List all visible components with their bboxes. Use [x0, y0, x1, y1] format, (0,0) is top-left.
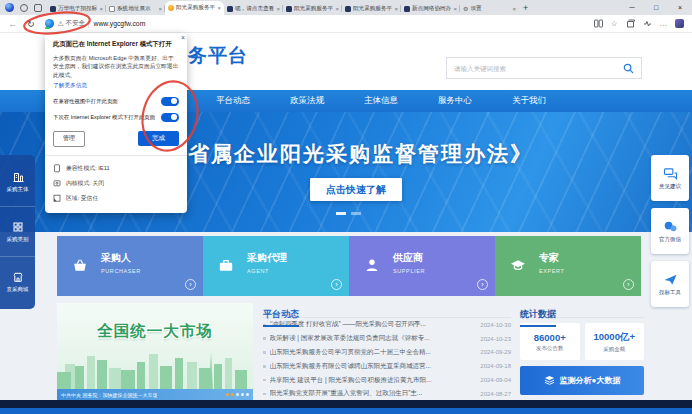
collections-icon[interactable]	[626, 19, 635, 28]
tab-click-to-view[interactable]: 嗯，请点击查看×	[224, 2, 283, 15]
tab-sunshine-procurement-3[interactable]: 阳光采购服务平×	[342, 2, 401, 15]
compat-view-toggle[interactable]	[161, 97, 179, 106]
news-title[interactable]: 阳光采购党支部开展“重温入党誓词、过政治生日”主...	[270, 389, 477, 398]
browser-essentials-icon[interactable]	[643, 19, 652, 28]
tab-wanhua-bidding[interactable]: 万华电子招投标×	[47, 2, 106, 15]
rail-item-label: 官方微信	[659, 236, 681, 243]
carousel-dots[interactable]	[226, 393, 249, 396]
window-maximize-button[interactable]: □	[644, 4, 668, 11]
nav-item-about[interactable]: 关于我们	[492, 95, 566, 107]
tab-close-icon[interactable]: ×	[99, 6, 103, 12]
tab-settings[interactable]: ⚙设置×	[460, 2, 519, 15]
news-item[interactable]: 山东阳光采购服务有限公司诚聘山东阳光直采商城运营...2024-09-18	[263, 359, 511, 373]
tab-close-icon[interactable]: ×	[453, 6, 457, 12]
rail-item-bidding-tools[interactable]: 投标工具	[651, 261, 689, 307]
window-minimize-button[interactable]: ─	[620, 4, 644, 11]
tab-sunshine-procurement-active[interactable]: 阳光采购服务平×	[165, 1, 224, 15]
card-agent[interactable]: 采购代理AGENT ›	[203, 236, 349, 296]
nav-item-entities[interactable]: 主体信息	[344, 95, 418, 107]
tab-close-icon[interactable]: ×	[335, 6, 339, 12]
search-icon[interactable]	[623, 63, 634, 74]
browser-logo-icon[interactable]	[5, 3, 14, 12]
favorites-star-icon[interactable]: ☆	[611, 19, 618, 28]
manage-button[interactable]: 管理	[53, 131, 85, 147]
tab-favicon	[227, 6, 233, 12]
news-title[interactable]: 共享阳光 建设平台 | 阳光采购公司积极推进沿黄九市阳...	[270, 376, 477, 385]
dialog-body-text: 大多数页面在 Microsoft Edge 中效果更好。出于安全原因，我们建议你…	[53, 54, 179, 79]
rail-item-feedback[interactable]: 意见建议	[651, 155, 689, 201]
news-title[interactable]: 山东阳光采购服务公司学习贯彻党的二十届三中全会精...	[270, 348, 477, 357]
tab-close-icon[interactable]: ×	[217, 5, 221, 11]
news-item[interactable]: 政策解读 | 国家发展改革委法规司负责同志就《评标专...2024-10-23	[263, 332, 511, 346]
done-button[interactable]: 完成	[138, 131, 179, 146]
arrow-circle-icon[interactable]: ›	[331, 279, 342, 290]
search-input[interactable]	[454, 65, 623, 72]
basket-icon	[71, 257, 89, 275]
card-supplier[interactable]: 供应商SUPPLIER ›	[349, 236, 495, 296]
tab-actions-icon[interactable]	[34, 4, 42, 12]
screen: 阳光采购服务平台 PLATFORM 平台动态 政策法规 主体信息 服务中心 关于…	[0, 0, 692, 414]
rail-item-label: 采购类别	[7, 236, 29, 243]
tab-close-icon[interactable]: ×	[512, 6, 516, 12]
not-secure-label[interactable]: 不安全	[66, 19, 85, 28]
info-label: 区域: 受信任	[66, 194, 98, 203]
banner-learn-more-button[interactable]: 点击快速了解	[310, 178, 402, 201]
bullet-icon	[263, 365, 266, 368]
rail-item-wechat[interactable]: 官方微信	[651, 208, 689, 254]
news-title[interactable]: “冲刺四季度 打好收官战” ——阳光采购公司召开四季...	[270, 320, 477, 329]
profile-avatar[interactable]	[675, 19, 684, 28]
url-text[interactable]: www.ygcgfw.com	[94, 20, 146, 27]
card-expert[interactable]: 专家EXPERT ›	[495, 236, 641, 296]
more-options-icon[interactable]: …	[660, 19, 668, 28]
tab-close-icon[interactable]: ×	[158, 6, 162, 12]
arrow-circle-icon[interactable]: ›	[477, 279, 488, 290]
news-date: 2024-09-04	[480, 377, 511, 383]
wechat-icon	[663, 220, 678, 233]
refresh-icon[interactable]: ↻	[27, 19, 35, 29]
arrow-circle-icon[interactable]: ›	[185, 279, 196, 290]
nav-item-services[interactable]: 服务中心	[418, 95, 492, 107]
card-purchaser[interactable]: 采购人PURCHASER ›	[57, 236, 203, 296]
stats-section-header: 统计数据	[520, 303, 644, 318]
news-item[interactable]: 山东阳光采购服务公司学习贯彻党的二十届三中全会精...2024-09-29	[263, 346, 511, 360]
footer-blue-bar	[0, 408, 692, 414]
open-next-time-toggle[interactable]	[161, 113, 179, 122]
rail-item-label: 意见建议	[659, 183, 681, 190]
nav-item-policies[interactable]: 政策法规	[270, 95, 344, 107]
news-item[interactable]: 阳光采购党支部开展“重温入党誓词、过政治生日”主...2024-08-27	[263, 387, 511, 401]
news-title[interactable]: 山东阳光采购服务有限公司诚聘山东阳光直采商城运营...	[270, 362, 477, 371]
split-screen-icon[interactable]	[594, 19, 603, 28]
dialog-close-icon[interactable]: ×	[178, 31, 188, 44]
learn-more-link[interactable]: 了解更多信息	[53, 82, 179, 90]
building-icon	[12, 171, 24, 183]
rail-item-procurement-entities[interactable]: 采购主体	[0, 157, 35, 207]
zone-icon	[53, 194, 61, 203]
tab-system-address[interactable]: 系统地址展示×	[106, 2, 165, 15]
news-item[interactable]: “冲刺四季度 打好收官战” ——阳光采购公司召开四季...2024-10-30	[263, 318, 511, 332]
tab-epoint-collaboration[interactable]: 新点网络协同办×	[401, 2, 460, 15]
news-header-label[interactable]: 平台动态	[263, 308, 299, 327]
window-close-button[interactable]: ×	[668, 4, 692, 11]
site-search-box[interactable]	[446, 57, 642, 79]
carousel-indicator[interactable]	[336, 212, 361, 215]
nav-item-platform-news[interactable]: 平台动态	[196, 95, 270, 107]
ie-mode-icon[interactable]	[45, 19, 54, 28]
kernel-icon	[53, 179, 61, 188]
url-divider: |	[88, 20, 90, 27]
not-secure-warning-icon[interactable]: ⚠	[58, 20, 64, 28]
stats-header-label: 统计数据	[520, 308, 556, 327]
tab-close-icon[interactable]: ×	[276, 6, 280, 12]
workspaces-icon[interactable]	[20, 4, 28, 12]
rail-item-direct-mall[interactable]: 直采商城	[0, 257, 35, 307]
rail-item-procurement-categories[interactable]: 采购类别	[0, 207, 35, 257]
tab-sunshine-procurement-2[interactable]: 阳光采购服务平×	[283, 2, 342, 15]
tab-favicon	[286, 6, 292, 12]
new-tab-button[interactable]: +	[523, 3, 528, 13]
arrow-circle-icon[interactable]: ›	[623, 279, 634, 290]
monitoring-bigdata-button[interactable]: 监测分析●大数据	[520, 366, 644, 395]
back-icon[interactable]: ←	[8, 19, 17, 29]
tab-close-icon[interactable]: ×	[394, 6, 398, 12]
news-title[interactable]: 政策解读 | 国家发展改革委法规司负责同志就《评标专...	[270, 334, 477, 343]
news-item[interactable]: 共享阳光 建设平台 | 阳光采购公司积极推进沿黄九市阳...2024-09-04	[263, 373, 511, 387]
unified-market-banner[interactable]: 全国统一大市场 中共中央 国务院：加快建设全国统一大市场	[57, 303, 253, 400]
